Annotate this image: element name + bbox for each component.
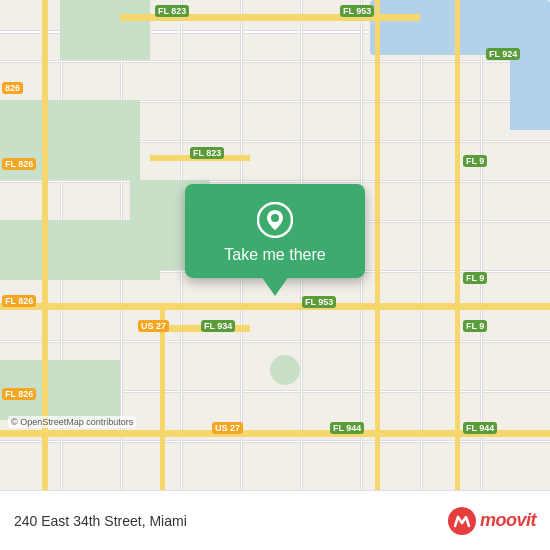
highway-badge: FL 9 [463, 155, 487, 167]
water-canal [510, 30, 550, 130]
highway [120, 14, 300, 21]
highway-badge: FL 9 [463, 320, 487, 332]
highway-badge: FL 953 [340, 5, 374, 17]
highway-badge: FL 934 [201, 320, 235, 332]
highway-badge: 826 [2, 82, 23, 94]
address-text: 240 East 34th Street, Miami [14, 513, 187, 529]
moovit-logo: moovit [448, 507, 536, 535]
highway [160, 310, 165, 490]
highway-badge: FL 826 [2, 295, 36, 307]
highway [455, 0, 460, 490]
green-area [60, 0, 150, 60]
road [0, 60, 550, 63]
highway-badge: FL 9 [463, 272, 487, 284]
road [0, 180, 550, 183]
highway-badge: FL 826 [2, 158, 36, 170]
highway [375, 0, 380, 490]
popup-card[interactable]: Take me there [185, 184, 365, 278]
highway-badge: US 27 [212, 422, 243, 434]
osm-attribution: © OpenStreetMap contributors [8, 416, 136, 428]
highway-badge: FL 826 [2, 388, 36, 400]
road [0, 440, 550, 443]
green-area [270, 355, 300, 385]
highway-badge: FL 944 [330, 422, 364, 434]
road [0, 340, 550, 343]
popup-label: Take me there [224, 246, 325, 264]
highway-badge: FL 944 [463, 422, 497, 434]
svg-point-1 [271, 214, 279, 222]
highway-badge: FL 823 [190, 147, 224, 159]
map-container: FL 823 FL 953 FL 924 826 FL 826 FL 823 F… [0, 0, 550, 490]
location-pin-icon [257, 202, 293, 238]
moovit-text: moovit [480, 510, 536, 531]
highway-badge: FL 953 [302, 296, 336, 308]
highway-badge: US 27 [138, 320, 169, 332]
road [480, 0, 483, 490]
highway [0, 303, 550, 310]
bottom-bar: 240 East 34th Street, Miami moovit [0, 490, 550, 550]
highway-badge: FL 823 [155, 5, 189, 17]
road [420, 0, 423, 490]
moovit-icon [448, 507, 476, 535]
highway-badge: FL 924 [486, 48, 520, 60]
